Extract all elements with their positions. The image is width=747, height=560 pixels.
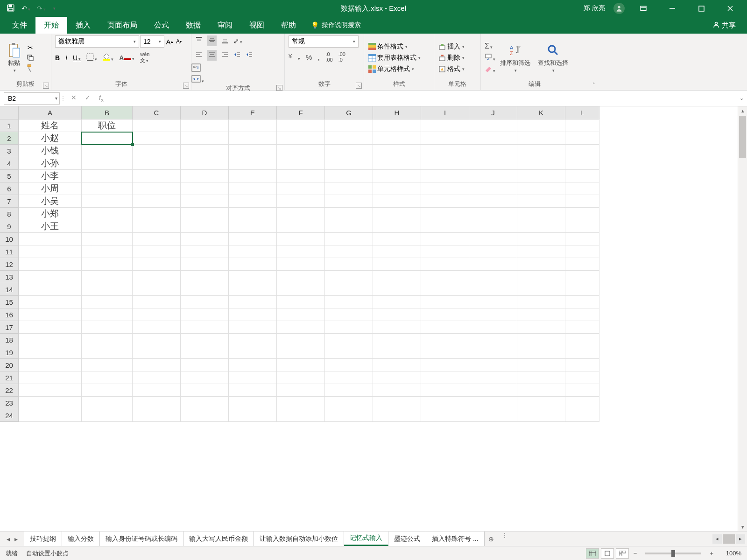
- col-header-A[interactable]: A: [19, 106, 82, 119]
- cell-C15[interactable]: [133, 296, 181, 308]
- cell-E16[interactable]: [229, 308, 277, 321]
- cell-I21[interactable]: [421, 371, 469, 384]
- cell-E10[interactable]: [229, 233, 277, 245]
- cell-B7[interactable]: [82, 195, 133, 208]
- cell-F7[interactable]: [277, 195, 325, 208]
- cell-J10[interactable]: [469, 233, 517, 245]
- increase-decimal-icon[interactable]: .0.00: [325, 51, 332, 63]
- cell-F4[interactable]: [277, 157, 325, 170]
- align-right-icon[interactable]: [221, 51, 229, 60]
- cell-B15[interactable]: [82, 296, 133, 308]
- row-header-23[interactable]: 23: [0, 397, 19, 409]
- cell-L9[interactable]: [565, 220, 599, 233]
- cell-C18[interactable]: [133, 334, 181, 346]
- cell-J7[interactable]: [469, 195, 517, 208]
- col-header-F[interactable]: F: [277, 106, 325, 119]
- orientation-icon[interactable]: ⤢▾: [233, 37, 242, 45]
- cell-C8[interactable]: [133, 208, 181, 220]
- cell-K5[interactable]: [517, 170, 565, 182]
- cell-B16[interactable]: [82, 308, 133, 321]
- add-sheet-icon[interactable]: ⊕: [485, 532, 498, 546]
- cell-F8[interactable]: [277, 208, 325, 220]
- tab-开始[interactable]: 开始: [35, 17, 67, 34]
- cell-G9[interactable]: [325, 220, 373, 233]
- sheet-tab[interactable]: 插入特殊符号 ...: [426, 532, 485, 546]
- cell-J1[interactable]: [469, 119, 517, 132]
- row-header-13[interactable]: 13: [0, 271, 19, 283]
- cell-I8[interactable]: [421, 208, 469, 220]
- cell-D13[interactable]: [181, 271, 229, 283]
- cell-B9[interactable]: [82, 220, 133, 233]
- dialog-launcher-icon[interactable]: ↘: [43, 83, 49, 89]
- cell-I4[interactable]: [421, 157, 469, 170]
- cell-G4[interactable]: [325, 157, 373, 170]
- col-header-B[interactable]: B: [82, 106, 133, 119]
- cell-D9[interactable]: [181, 220, 229, 233]
- sheet-tab[interactable]: 输入大写人民币金额: [183, 532, 254, 546]
- cell-B8[interactable]: [82, 208, 133, 220]
- cell-C17[interactable]: [133, 321, 181, 334]
- copy-icon[interactable]: [26, 54, 35, 62]
- cell-F15[interactable]: [277, 296, 325, 308]
- cell-K24[interactable]: [517, 409, 565, 422]
- cell-J8[interactable]: [469, 208, 517, 220]
- cell-B4[interactable]: [82, 157, 133, 170]
- tab-nav-next-icon[interactable]: ▸: [14, 535, 18, 543]
- bold-icon[interactable]: B: [55, 54, 60, 62]
- cell-A19[interactable]: [19, 346, 82, 359]
- cell-I3[interactable]: [421, 145, 469, 157]
- cell-A9[interactable]: 小王: [19, 220, 82, 233]
- cell-L23[interactable]: [565, 397, 599, 409]
- avatar-icon[interactable]: [613, 3, 625, 14]
- row-header-15[interactable]: 15: [0, 296, 19, 308]
- cell-K11[interactable]: [517, 245, 565, 258]
- percent-icon[interactable]: %: [306, 53, 312, 61]
- cell-F6[interactable]: [277, 182, 325, 195]
- format-cells-button[interactable]: 格式▾: [438, 65, 465, 73]
- cell-A20[interactable]: [19, 359, 82, 371]
- cell-L15[interactable]: [565, 296, 599, 308]
- cell-I13[interactable]: [421, 271, 469, 283]
- cell-A3[interactable]: 小钱: [19, 145, 82, 157]
- col-header-I[interactable]: I: [421, 106, 469, 119]
- cell-I11[interactable]: [421, 245, 469, 258]
- cell-J24[interactable]: [469, 409, 517, 422]
- ribbon-display-icon[interactable]: [633, 0, 654, 17]
- cell-I15[interactable]: [421, 296, 469, 308]
- merge-center-icon[interactable]: ▾: [191, 75, 282, 84]
- cell-J2[interactable]: [469, 132, 517, 145]
- save-icon[interactable]: [7, 4, 15, 14]
- cell-K7[interactable]: [517, 195, 565, 208]
- cell-E9[interactable]: [229, 220, 277, 233]
- fill-icon[interactable]: ▾: [485, 53, 495, 62]
- minimize-icon[interactable]: [662, 0, 683, 17]
- cell-G18[interactable]: [325, 334, 373, 346]
- cell-B5[interactable]: [82, 170, 133, 182]
- cell-I18[interactable]: [421, 334, 469, 346]
- cell-G12[interactable]: [325, 258, 373, 271]
- cell-D12[interactable]: [181, 258, 229, 271]
- cell-E21[interactable]: [229, 371, 277, 384]
- cell-J4[interactable]: [469, 157, 517, 170]
- cell-K20[interactable]: [517, 359, 565, 371]
- enter-icon[interactable]: ✓: [85, 94, 91, 103]
- cell-I19[interactable]: [421, 346, 469, 359]
- cell-H9[interactable]: [373, 220, 421, 233]
- align-middle-icon[interactable]: [207, 35, 217, 46]
- cell-H2[interactable]: [373, 132, 421, 145]
- sheet-tab[interactable]: 输入身份证号码或长编码: [100, 532, 183, 546]
- cell-H14[interactable]: [373, 283, 421, 296]
- cell-L18[interactable]: [565, 334, 599, 346]
- cell-K6[interactable]: [517, 182, 565, 195]
- cell-H3[interactable]: [373, 145, 421, 157]
- cell-D4[interactable]: [181, 157, 229, 170]
- cell-C5[interactable]: [133, 170, 181, 182]
- col-header-J[interactable]: J: [469, 106, 517, 119]
- normal-view-icon[interactable]: [586, 548, 599, 559]
- cell-F19[interactable]: [277, 346, 325, 359]
- cell-J15[interactable]: [469, 296, 517, 308]
- cell-L11[interactable]: [565, 245, 599, 258]
- expand-formula-bar-icon[interactable]: ⌄: [736, 95, 747, 101]
- cell-B23[interactable]: [82, 397, 133, 409]
- cell-E14[interactable]: [229, 283, 277, 296]
